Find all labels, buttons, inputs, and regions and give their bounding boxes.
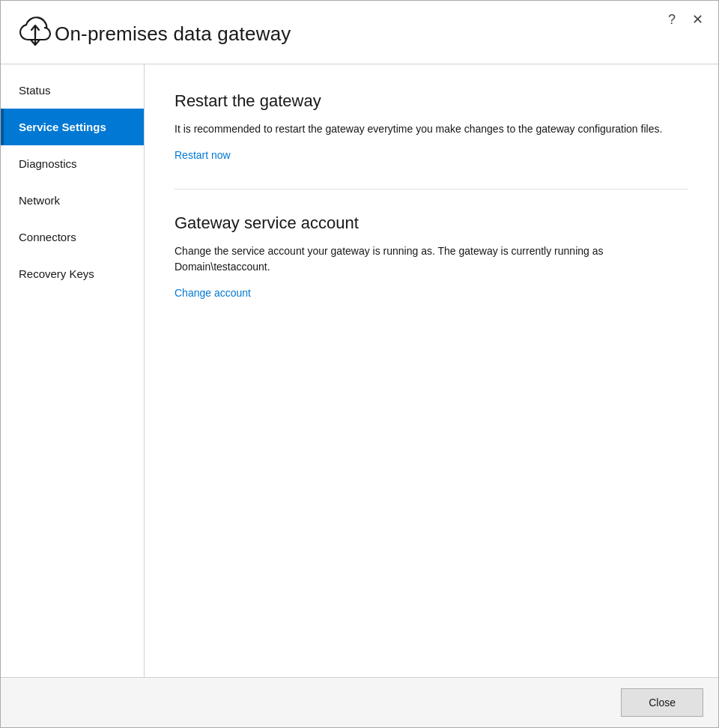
app-title: On-premises data gateway (55, 22, 291, 46)
gateway-service-account-title: Gateway service account (175, 213, 688, 233)
sidebar-item-diagnostics[interactable]: Diagnostics (1, 145, 144, 182)
title-bar: On-premises data gateway ? ✕ (1, 1, 718, 64)
restart-gateway-section: Restart the gateway It is recommended to… (175, 91, 688, 162)
gateway-service-account-description: Change the service account your gateway … (175, 243, 684, 276)
sidebar-item-network[interactable]: Network (1, 182, 144, 219)
sidebar-item-connectors[interactable]: Connectors (1, 219, 144, 255)
change-account-link[interactable]: Change account (175, 287, 251, 299)
section-divider (175, 189, 688, 189)
restart-now-link[interactable]: Restart now (175, 149, 231, 161)
sidebar-item-status[interactable]: Status (1, 72, 144, 109)
help-button[interactable]: ? (665, 11, 679, 28)
sidebar-item-recovery-keys[interactable]: Recovery Keys (1, 255, 144, 292)
close-button[interactable]: Close (621, 688, 703, 717)
window-controls: ? ✕ (665, 11, 706, 28)
window-close-button[interactable]: ✕ (689, 11, 706, 28)
gateway-service-account-section: Gateway service account Change the servi… (175, 213, 688, 300)
main-layout: Status Service Settings Diagnostics Netw… (1, 64, 718, 677)
footer: Close (1, 677, 718, 727)
sidebar-item-service-settings[interactable]: Service Settings (1, 109, 144, 145)
restart-gateway-title: Restart the gateway (175, 91, 688, 111)
content-area: Restart the gateway It is recommended to… (145, 64, 718, 677)
restart-gateway-description: It is recommended to restart the gateway… (175, 121, 684, 138)
sidebar: Status Service Settings Diagnostics Netw… (1, 64, 145, 677)
app-icon (16, 13, 55, 55)
